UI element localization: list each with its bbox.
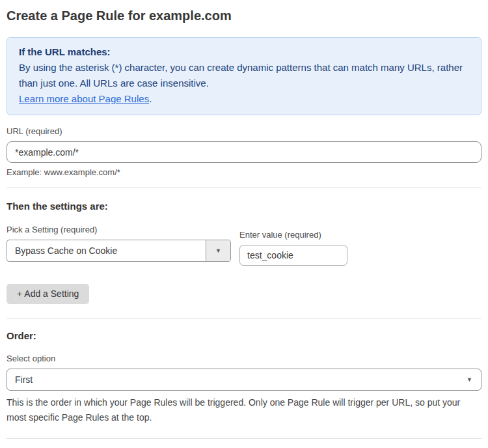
pick-setting-column: Pick a Setting (required) Bypass Cache o… — [7, 225, 231, 262]
order-select-value: First — [15, 374, 33, 385]
divider — [7, 438, 481, 439]
page-title: Create a Page Rule for example.com — [7, 8, 481, 24]
setting-row: Pick a Setting (required) Bypass Cache o… — [7, 225, 481, 266]
dropdown-arrow-button[interactable]: ▼ — [206, 240, 230, 261]
add-setting-button[interactable]: + Add a Setting — [7, 284, 89, 304]
order-helper-text: This is the order in which your Page Rul… — [7, 395, 481, 425]
enter-value-column: Enter value (required) — [239, 230, 347, 266]
url-field-label: URL (required) — [7, 126, 481, 137]
divider — [7, 318, 481, 319]
info-box-body: By using the asterisk (*) character, you… — [19, 60, 469, 91]
url-field-helper: Example: www.example.com/* — [7, 167, 481, 178]
order-select-label: Select option — [7, 354, 481, 364]
learn-more-link[interactable]: Learn more about Page Rules — [19, 93, 149, 104]
caret-down-icon: ▼ — [467, 369, 472, 390]
setting-dropdown[interactable]: Bypass Cache on Cookie ▼ — [7, 240, 231, 262]
create-page-rule-form: Create a Page Rule for example.com If th… — [0, 0, 488, 448]
divider — [7, 187, 481, 188]
order-select[interactable]: First ▼ — [7, 369, 481, 391]
url-input[interactable] — [7, 141, 481, 163]
pick-setting-label: Pick a Setting (required) — [7, 225, 231, 235]
settings-section-heading: Then the settings are: — [7, 200, 481, 212]
info-box-link-line: Learn more about Page Rules. — [19, 91, 469, 107]
setting-value-input[interactable] — [239, 245, 347, 266]
setting-dropdown-value: Bypass Cache on Cookie — [7, 240, 206, 261]
link-suffix: . — [149, 93, 152, 104]
enter-value-label: Enter value (required) — [239, 230, 347, 240]
url-match-info-box: If the URL matches: By using the asteris… — [7, 37, 481, 115]
caret-down-icon: ▼ — [215, 247, 221, 254]
info-box-heading: If the URL matches: — [19, 44, 469, 60]
order-section-heading: Order: — [7, 329, 481, 342]
